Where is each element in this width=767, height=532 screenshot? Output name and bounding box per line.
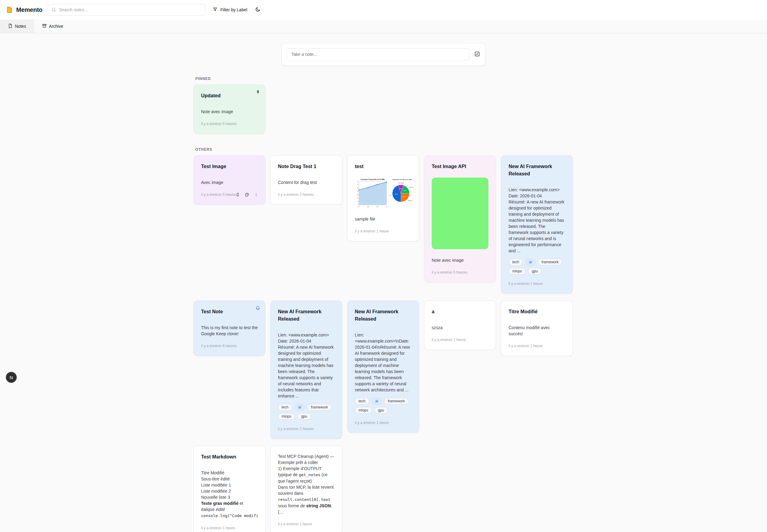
- note-card[interactable]: Test MarkdownTitre ModifiéSous-titre édi…: [193, 446, 265, 532]
- note-footer: il y a environ 5 heures: [432, 269, 488, 275]
- label-tag[interactable]: tech: [509, 259, 523, 265]
- tab-bar: Notes Archive: [0, 20, 767, 33]
- note-footer: il y a environ 2 heures: [278, 426, 335, 431]
- checklist-icon: [474, 53, 480, 58]
- note-attachments: [432, 178, 488, 249]
- svg-text:10: 10: [357, 201, 358, 202]
- label-tag[interactable]: mlops: [278, 413, 295, 420]
- tab-notes[interactable]: Notes: [0, 20, 34, 33]
- tab-archive[interactable]: Archive: [34, 20, 71, 33]
- label-tag[interactable]: framework: [307, 404, 332, 411]
- note-body: Contenu modifié avec succès!: [509, 325, 565, 337]
- avatar[interactable]: N: [6, 372, 17, 383]
- label-tag[interactable]: gpu: [528, 268, 542, 275]
- note-card[interactable]: New AI Framework ReleasedLien: <www.exam…: [501, 155, 573, 294]
- note-card[interactable]: Test ImageAvec imageil y a environ 5 heu…: [193, 155, 265, 205]
- note-card[interactable]: Test Image APINote avec imageil y a envi…: [424, 155, 496, 282]
- archive-icon: [42, 23, 47, 29]
- pinned-notes-grid: UpdatedNote avec imageil y a environ 5 h…: [193, 84, 574, 134]
- note-timestamp: il y a environ 2 heures: [278, 192, 314, 197]
- svg-text:40: 40: [357, 191, 358, 192]
- note-card[interactable]: New AI Framework ReleasedLien: <www.exam…: [270, 300, 342, 439]
- growth-chart-attachment[interactable]: Croissance Trimestrielle du CA (M€) 0102…: [355, 178, 388, 208]
- note-footer: il y a environ 1 heure: [509, 281, 565, 286]
- note-body: Avec image: [201, 179, 258, 185]
- reminder-bell-icon[interactable]: [255, 306, 260, 311]
- file-icon: [8, 23, 13, 29]
- svg-text:Q1: Q1: [358, 206, 360, 207]
- note-timestamp: il y a environ 5 heures: [201, 122, 237, 126]
- filter-by-label-text: Filter by Label: [220, 7, 247, 12]
- pin-icon[interactable]: [236, 192, 240, 198]
- note-footer: il y a environ 6 heures: [201, 343, 258, 348]
- label-tag[interactable]: gpu: [297, 413, 311, 420]
- note-title: New AI Framework Released: [278, 308, 335, 323]
- note-footer: il y a environ 5 heures: [201, 121, 258, 126]
- note-card[interactable]: Test NoteThis is my first note to test t…: [193, 300, 265, 356]
- note-card[interactable]: aszszail y a environ 1 heure: [424, 300, 496, 350]
- note-card[interactable]: test Croissance Trimestrielle du CA (M€)…: [347, 155, 419, 241]
- label-tag[interactable]: ai: [295, 404, 305, 411]
- label-tag[interactable]: ai: [525, 259, 535, 265]
- app-logo-note-icon: [6, 6, 13, 13]
- note-attachments: Croissance Trimestrielle du CA (M€) 0102…: [355, 178, 412, 208]
- search-input[interactable]: [48, 4, 205, 16]
- label-tag[interactable]: tech: [278, 404, 292, 411]
- label-tag[interactable]: mlops: [355, 407, 372, 414]
- note-body: Lien: <www.example.com>Date: 2026-01-04R…: [509, 187, 565, 254]
- note-timestamp: il y a environ 1 heure: [432, 338, 466, 342]
- note-title: Test Markdown: [201, 453, 258, 461]
- pin-icon[interactable]: [256, 90, 260, 95]
- note-tags: techaiframeworkmlopsgpu: [278, 404, 335, 420]
- svg-text:30: 30: [357, 194, 358, 196]
- svg-text:20: 20: [357, 198, 358, 199]
- dark-mode-toggle[interactable]: [253, 5, 262, 15]
- new-checklist-button[interactable]: [474, 51, 480, 58]
- note-timestamp: il y a environ 5 heures: [201, 192, 237, 197]
- palette-icon[interactable]: [245, 192, 249, 198]
- note-image-attachment[interactable]: [432, 178, 488, 249]
- svg-text:Produits: Produits: [390, 194, 391, 196]
- notes-board: PINNED UpdatedNote avec imageil y a envi…: [193, 33, 574, 532]
- note-card[interactable]: Test MCP Cleanup (Agent) — Exemple prêt …: [270, 446, 342, 532]
- svg-text:50: 50: [357, 188, 358, 189]
- label-tag[interactable]: framework: [384, 398, 409, 404]
- take-note-input[interactable]: [287, 48, 469, 60]
- section-label-pinned: PINNED: [195, 77, 574, 81]
- note-title: Note Drag Test 1: [278, 163, 335, 170]
- note-card[interactable]: New AI Framework ReleasedLien: <www.exam…: [347, 300, 419, 433]
- note-body: Titre ModifiéSous-titre éditéListe modif…: [201, 470, 258, 519]
- note-body: This is my first note to test the Google…: [201, 325, 258, 337]
- note-footer: il y a environ 1 heure: [432, 337, 488, 342]
- note-timestamp: il y a environ 1 heure: [509, 282, 542, 286]
- svg-text:Croissance Trimestrielle du CA: Croissance Trimestrielle du CA (M€): [361, 179, 385, 180]
- filter-by-label-button[interactable]: Filter by Label: [211, 5, 249, 15]
- note-card[interactable]: Titre ModifiéContenu modifié avec succès…: [501, 300, 573, 356]
- note-timestamp: il y a environ 1 heure: [201, 526, 235, 530]
- search-icon: [51, 7, 56, 13]
- note-title: Test Image: [201, 163, 258, 170]
- note-timestamp: il y a environ 1 heure: [355, 229, 389, 233]
- note-tags: techaiframeworkmlopsgpu: [509, 259, 565, 275]
- note-card[interactable]: Note Drag Test 1Content for drag testil …: [270, 155, 342, 205]
- more-options-icon[interactable]: [254, 192, 258, 198]
- label-tag[interactable]: gpu: [374, 407, 388, 414]
- note-title: a: [432, 308, 488, 315]
- note-body: Lien: <www.example.com>\nDate: 2026-01-0…: [355, 332, 412, 393]
- note-footer: il y a environ 1 heure: [355, 228, 412, 234]
- label-tag[interactable]: framework: [538, 259, 562, 265]
- svg-text:Services: Services: [408, 200, 412, 201]
- label-tag[interactable]: ai: [372, 398, 382, 404]
- pie-chart-attachment[interactable]: Répartition des Revenus 2024 Consulting1…: [390, 178, 415, 205]
- label-tag[interactable]: mlops: [509, 268, 526, 275]
- note-body: Test MCP Cleanup (Agent) — Exemple prêt …: [278, 453, 335, 515]
- note-title: Titre Modifié: [509, 308, 565, 315]
- note-timestamp: il y a environ 1 heure: [278, 522, 312, 526]
- note-composer: [282, 43, 485, 66]
- svg-text:45.0%: 45.0%: [394, 194, 398, 195]
- note-footer: il y a environ 1 heure: [278, 521, 335, 527]
- note-title: Updated: [201, 92, 258, 99]
- note-card[interactable]: UpdatedNote avec imageil y a environ 5 h…: [193, 84, 265, 134]
- note-title: test: [355, 163, 412, 170]
- label-tag[interactable]: tech: [355, 398, 369, 404]
